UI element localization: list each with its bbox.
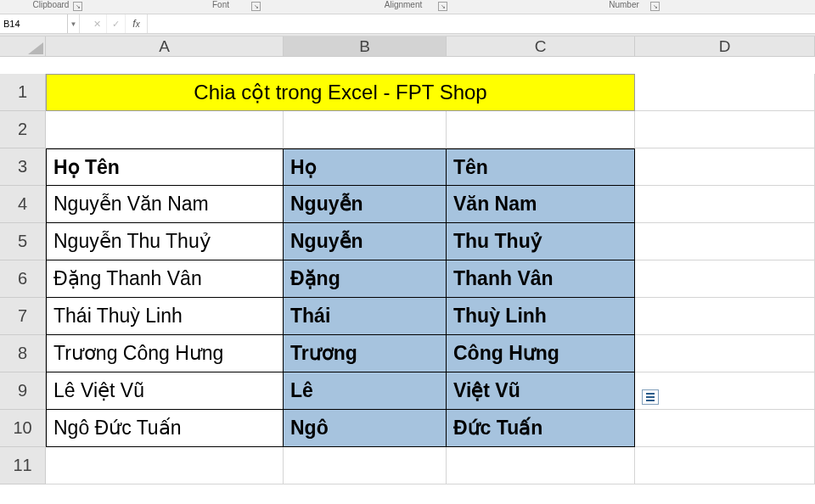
formula-bar: B14 ▼ ✕ ✓ fx (0, 14, 815, 34)
row-header-3[interactable]: 3 (0, 148, 46, 186)
autofill-options-icon[interactable] (642, 389, 659, 405)
formula-input[interactable] (148, 14, 815, 33)
row-header-1[interactable]: 1 (0, 74, 46, 111)
cell-A6[interactable]: Đặng Thanh Vân (46, 260, 284, 298)
cell-B3[interactable]: Họ (284, 148, 447, 186)
cell-A9[interactable]: Lê Việt Vũ (46, 372, 284, 410)
dialog-launcher-icon[interactable]: ↘ (251, 2, 261, 11)
ribbon-group-labels: Clipboard ↘ Font ↘ Alignment ↘ Number ↘ (0, 0, 815, 14)
cell-D8[interactable] (635, 335, 815, 372)
column-header-A[interactable]: A (46, 36, 284, 57)
cell-D11[interactable] (635, 447, 815, 484)
cell-C4[interactable]: Văn Nam (447, 186, 635, 223)
name-box-dropdown-icon[interactable]: ▼ (68, 14, 80, 33)
column-header-C[interactable]: C (447, 36, 635, 57)
ribbon-group-label: Alignment (385, 0, 422, 9)
cell-A11[interactable] (46, 447, 284, 484)
cell-D9[interactable] (635, 372, 815, 410)
cell-D5[interactable] (635, 223, 815, 260)
cell-B4[interactable]: Nguyễn (284, 186, 447, 223)
column-header-D[interactable]: D (635, 36, 815, 57)
cell-A2[interactable] (46, 111, 284, 148)
cell-D7[interactable] (635, 298, 815, 335)
cell-C8[interactable]: Công Hưng (447, 335, 635, 372)
cell-B2[interactable] (284, 111, 447, 148)
cell-A4[interactable]: Nguyễn Văn Nam (46, 186, 284, 223)
ribbon-group-font: Font ↘ (178, 0, 263, 9)
cell-C7[interactable]: Thuỳ Linh (447, 298, 635, 335)
ribbon-group-number: Number ↘ (586, 0, 662, 9)
row-header-2[interactable]: 2 (0, 111, 46, 148)
cell-A7[interactable]: Thái Thuỳ Linh (46, 298, 284, 335)
ribbon-group-label: Font (212, 0, 229, 9)
cell-B11[interactable] (284, 447, 447, 484)
cell-C5[interactable]: Thu Thuỷ (447, 223, 635, 260)
cell-C11[interactable] (447, 447, 635, 484)
row-header-8[interactable]: 8 (0, 335, 46, 372)
cell-A10[interactable]: Ngô Đức Tuấn (46, 410, 284, 447)
cell-D4[interactable] (635, 186, 815, 223)
row-header-4[interactable]: 4 (0, 186, 46, 223)
cell-B9[interactable]: Lê (284, 372, 447, 410)
cell-D1[interactable] (635, 74, 815, 111)
title-cell[interactable]: Chia cột trong Excel - FPT Shop (46, 74, 635, 111)
cell-A3[interactable]: Họ Tên (46, 148, 284, 186)
cell-D10[interactable] (635, 410, 815, 447)
row-header-10[interactable]: 10 (0, 410, 46, 447)
cell-C9[interactable]: Việt Vũ (447, 372, 635, 410)
cancel-icon: ✕ (88, 14, 107, 33)
dialog-launcher-icon[interactable]: ↘ (438, 2, 447, 11)
select-all-corner[interactable] (0, 36, 46, 57)
cell-C2[interactable] (447, 111, 635, 148)
name-box-value: B14 (3, 19, 20, 29)
ribbon-group-alignment: Alignment ↘ (357, 0, 450, 9)
dialog-launcher-icon[interactable]: ↘ (650, 2, 660, 11)
cell-A5[interactable]: Nguyễn Thu Thuỷ (46, 223, 284, 260)
cell-C3[interactable]: Tên (447, 148, 635, 186)
cell-D6[interactable] (635, 260, 815, 298)
cell-C10[interactable]: Đức Tuấn (447, 410, 635, 447)
fx-icon[interactable]: fx (126, 14, 148, 33)
spreadsheet-grid[interactable]: A B C D 1 Chia cột trong Excel - FPT Sho… (0, 36, 815, 484)
cell-A8[interactable]: Trương Công Hưng (46, 335, 284, 372)
enter-icon: ✓ (107, 14, 126, 33)
row-header-6[interactable]: 6 (0, 260, 46, 298)
cell-B6[interactable]: Đặng (284, 260, 447, 298)
cell-D2[interactable] (635, 111, 815, 148)
cell-C6[interactable]: Thanh Vân (447, 260, 635, 298)
ribbon-group-label: Clipboard (33, 0, 70, 9)
column-header-B[interactable]: B (284, 36, 447, 57)
cell-B7[interactable]: Thái (284, 298, 447, 335)
row-header-9[interactable]: 9 (0, 372, 46, 410)
cell-D3[interactable] (635, 148, 815, 186)
name-box[interactable]: B14 (0, 14, 68, 33)
row-header-7[interactable]: 7 (0, 298, 46, 335)
dialog-launcher-icon[interactable]: ↘ (73, 2, 82, 11)
row-header-11[interactable]: 11 (0, 447, 46, 484)
cell-B10[interactable]: Ngô (284, 410, 447, 447)
cell-B5[interactable]: Nguyễn (284, 223, 447, 260)
row-header-5[interactable]: 5 (0, 223, 46, 260)
ribbon-group-clipboard: Clipboard ↘ (17, 0, 85, 9)
ribbon-group-label: Number (609, 0, 639, 9)
cell-B8[interactable]: Trương (284, 335, 447, 372)
title-text: Chia cột trong Excel - FPT Shop (194, 81, 486, 104)
